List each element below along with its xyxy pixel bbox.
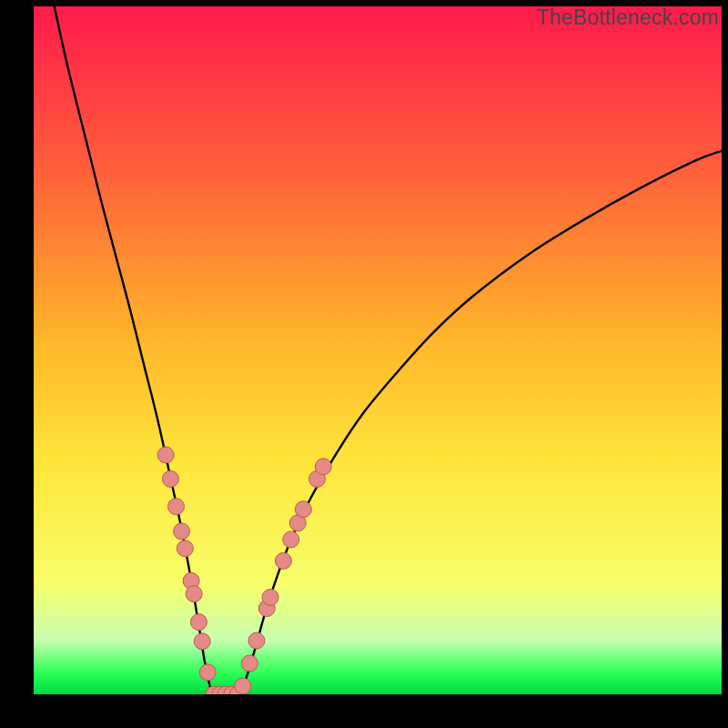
data-dot — [262, 589, 278, 605]
data-dot — [167, 499, 184, 515]
data-dot — [241, 655, 258, 672]
data-dot — [162, 470, 178, 487]
gradient-background — [34, 6, 722, 694]
chart-frame: TheBottleneck.com — [0, 0, 728, 728]
data-dot — [174, 523, 190, 540]
data-dot — [295, 501, 311, 518]
data-dot — [190, 614, 207, 631]
data-dot — [248, 632, 265, 649]
plot-area — [34, 6, 722, 694]
data-dot — [199, 664, 216, 681]
data-dot — [186, 586, 202, 602]
data-dot — [157, 447, 174, 463]
data-dot — [177, 541, 193, 557]
data-dot — [235, 678, 251, 694]
data-dot — [275, 552, 291, 569]
data-dot — [283, 531, 299, 548]
data-dot — [194, 633, 210, 650]
data-dot — [315, 459, 331, 475]
chart-svg — [34, 6, 722, 694]
